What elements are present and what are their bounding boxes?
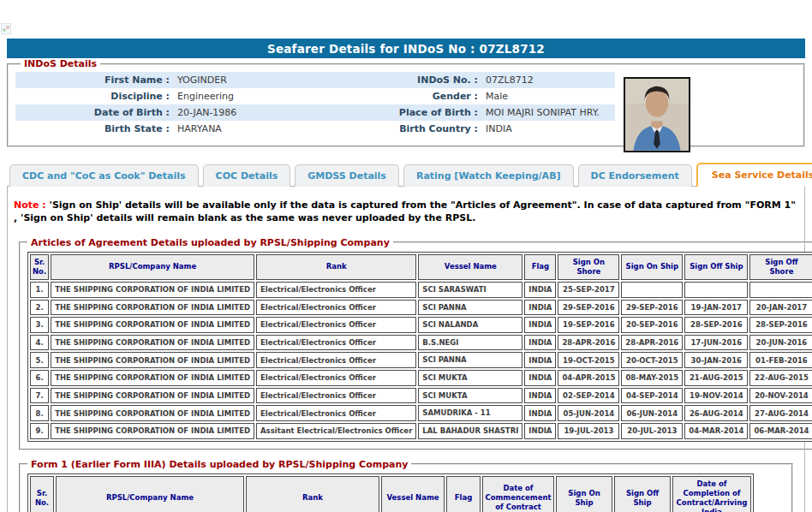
cell-flag: INDIA [524, 388, 556, 404]
indos-details-section: INDoS Details First Name :YOGINDERINDoS … [7, 58, 805, 147]
cell-rpsl-company-name: THE SHIPPING CORPORATION OF INDIA LIMITE… [51, 282, 254, 298]
cell-sign-on-ship: 06-JUN-2014 [621, 405, 683, 421]
tab-sea-service-details[interactable]: Sea Service Details [696, 163, 812, 187]
tab-dc-endorsement[interactable]: DC Endorsement [578, 164, 692, 187]
seafarer-photo [624, 77, 690, 152]
field-label-place-of-birth: Place of Birth : [385, 107, 478, 118]
cell-vessel-name: SAMUDRIKA - 11 [418, 405, 522, 421]
cell-sr-no: 3. [30, 317, 49, 333]
column-header-sign-on-shore: Sign On Shore [558, 254, 619, 280]
cell-sign-off-ship: 28-SEP-2016 [684, 317, 748, 333]
field-label-birth-country: Birth Country : [385, 123, 478, 134]
cell-sr-no: 4. [30, 335, 49, 351]
note-prefix: Note : [14, 199, 46, 211]
cell-rpsl-company-name: THE SHIPPING CORPORATION OF INDIA LIMITE… [51, 388, 254, 404]
indos-details-legend: INDoS Details [21, 58, 100, 69]
field-value-india: INDIA [478, 123, 615, 134]
cell-flag: INDIA [524, 370, 556, 386]
form1-legend: Form 1 (Earlier Form IIIA) Details uploa… [27, 459, 411, 470]
table-row: 1.THE SHIPPING CORPORATION OF INDIA LIMI… [30, 282, 812, 298]
cell-sign-on-ship: 28-APR-2016 [621, 335, 683, 351]
cell-rpsl-company-name: THE SHIPPING CORPORATION OF INDIA LIMITE… [51, 317, 254, 333]
table-row: 6.THE SHIPPING CORPORATION OF INDIA LIMI… [30, 370, 812, 386]
articles-table: Sr. No.RPSL/Company NameRankVessel NameF… [27, 252, 812, 442]
table-row: 3.THE SHIPPING CORPORATION OF INDIA LIMI… [30, 317, 812, 333]
cell-sign-on-ship: 08-MAY-2015 [621, 370, 683, 386]
cell-sign-off-ship: 21-AUG-2015 [684, 370, 748, 386]
table-row: 5.THE SHIPPING CORPORATION OF INDIA LIMI… [30, 352, 812, 368]
header-row: Sr. No.RPSL/Company NameRankVessel NameF… [30, 476, 751, 512]
indos-row-first-name: First Name :YOGINDERINDoS No. :07ZL8712 [15, 72, 615, 88]
cell-sr-no: 9. [30, 423, 49, 439]
column-header-sign-on-ship: Sign On Ship [621, 254, 683, 280]
column-header-sign-off-ship: Sign Off Ship [614, 476, 671, 512]
field-value-haryana: HARYANA [170, 123, 385, 134]
cell-rank: Electrical/Electronics Officer [256, 300, 416, 316]
cell-sign-on-shore: 19-SEP-2016 [558, 317, 619, 333]
page-title: Seafarer Details for INDoS No : 07ZL8712 [267, 42, 545, 56]
cell-sign-on-shore: 02-SEP-2014 [558, 388, 619, 404]
cell-vessel-name: SCI PANNA [418, 300, 522, 316]
cell-sign-off-shore: 28-SEP-2016 [749, 317, 812, 333]
cell-rpsl-company-name: THE SHIPPING CORPORATION OF INDIA LIMITE… [51, 335, 254, 351]
form1-table: Sr. No.RPSL/Company NameRankVessel NameF… [27, 473, 754, 512]
cell-rpsl-company-name: THE SHIPPING CORPORATION OF INDIA LIMITE… [51, 352, 254, 368]
field-value-moi-majri-sonipat-hry: MOI MAJRI SONIPAT HRY. [478, 107, 615, 118]
page-title-bar: Seafarer Details for INDoS No : 07ZL8712 [7, 39, 805, 58]
column-header-rpsl-company-name: RPSL/Company Name [51, 254, 254, 280]
cell-rank: Electrical/Electronics Officer [256, 388, 416, 404]
cell-sign-off-shore: 27-AUG-2014 [749, 405, 812, 421]
cell-sign-on-ship: 29-SEP-2016 [621, 300, 683, 316]
cell-sign-off-ship: 17-JUN-2016 [684, 335, 748, 351]
cell-flag: INDIA [524, 405, 556, 421]
cell-sign-off-shore: 22-AUG-2015 [749, 370, 812, 386]
cell-rank: Assitant Electrical/Electronics Officer [256, 423, 416, 439]
indos-row-date-of-birth: Date of Birth :20-JAN-1986Place of Birth… [15, 104, 615, 121]
column-header-rpsl-company-name: RPSL/Company Name [56, 476, 244, 512]
field-label-indos-no: INDoS No. : [385, 74, 478, 86]
cell-sign-on-ship [621, 282, 683, 298]
column-header-sign-on-ship: Sign On Ship [556, 476, 612, 512]
tab-rating-watch-keeping-ab[interactable]: Rating [Watch Keeping/AB] [403, 164, 574, 187]
cell-rank: Electrical/Electronics Officer [256, 317, 416, 333]
cell-sign-on-ship: 20-JUL-2013 [621, 423, 683, 439]
cell-flag: INDIA [524, 352, 556, 368]
cell-vessel-name: B.S.NEGI [418, 335, 522, 351]
table-row: 4.THE SHIPPING CORPORATION OF INDIA LIMI… [30, 335, 812, 351]
field-value-07zl8712: 07ZL8712 [478, 74, 615, 86]
cell-flag: INDIA [524, 300, 556, 316]
indos-details-grid: First Name :YOGINDERINDoS No. :07ZL8712D… [15, 72, 615, 137]
cell-sr-no: 1. [30, 282, 49, 298]
column-header-flag: Flag [446, 476, 481, 512]
cell-sign-off-ship: 26-AUG-2014 [684, 405, 748, 421]
cell-rank: Electrical/Electronics Officer [256, 405, 416, 421]
column-header-date-of-completion-of-contract-arriving-india: Date of Completion of Contract/Arriving … [672, 476, 751, 512]
cell-vessel-name: SCI PANNA [418, 352, 522, 368]
column-header-vessel-name: Vessel Name [418, 254, 522, 280]
articles-legend: Articles of Agreement Details uploaded b… [27, 237, 393, 248]
table-row: 2.THE SHIPPING CORPORATION OF INDIA LIMI… [30, 300, 812, 316]
cell-sign-off-shore: 01-FEB-2016 [749, 352, 812, 368]
tab-gmdss-details[interactable]: GMDSS Details [295, 164, 399, 187]
cell-sign-off-ship [684, 282, 748, 298]
cell-flag: INDIA [524, 423, 556, 439]
tab-bar: CDC and "CoC as Cook" DetailsCOC Details… [7, 163, 805, 186]
cell-sign-on-ship: 04-SEP-2014 [621, 388, 683, 404]
indos-row-discipline: Discipline :EngineeringGender :Male [15, 88, 615, 104]
tab-coc-details[interactable]: COC Details [203, 164, 291, 187]
cell-rank: Electrical/Electronics Officer [256, 370, 416, 386]
column-header-sr-no: Sr. No. [30, 476, 54, 512]
cell-sign-off-ship: 19-JAN-2017 [684, 300, 748, 316]
cell-sign-on-shore: 28-APR-2016 [558, 335, 619, 351]
field-value-engineering: Engineering [170, 91, 385, 102]
tab-cdc-and-coc-as-cook-details[interactable]: CDC and "CoC as Cook" Details [9, 164, 199, 187]
cell-sign-on-shore: 29-SEP-2016 [558, 300, 619, 316]
tab-content-panel: Note : 'Sign on Ship' details will be av… [7, 186, 805, 512]
cell-sign-on-ship: 20-OCT-2015 [621, 352, 683, 368]
cell-vessel-name: SCI SARASWATI [418, 282, 522, 298]
cell-rank: Electrical/Electronics Officer [256, 282, 416, 298]
cell-flag: INDIA [524, 317, 556, 333]
cell-vessel-name: LAL BAHADUR SHASTRI [418, 423, 522, 439]
field-value-20-jan-1986: 20-JAN-1986 [170, 107, 385, 118]
field-value-male: Male [478, 91, 615, 102]
